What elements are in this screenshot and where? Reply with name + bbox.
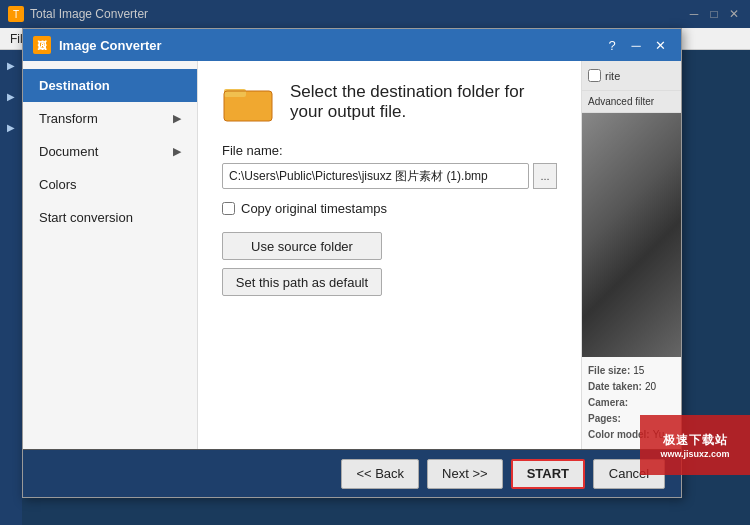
pages-label: Pages: xyxy=(588,411,621,427)
content-header: Select the destination folder for your o… xyxy=(222,81,557,123)
nav-item-start-conversion[interactable]: Start conversion xyxy=(23,201,197,234)
outer-sidebar: ▶ ▶ ▶ xyxy=(0,50,22,525)
sidebar-arrow-2[interactable]: ▶ xyxy=(6,91,17,102)
right-panel: rite Advanced filter File size: 15 Date … xyxy=(581,61,681,449)
modal-title-text: Image Converter xyxy=(59,38,162,53)
file-name-row: ... xyxy=(222,163,557,189)
nav-label-start-conversion: Start conversion xyxy=(39,210,133,225)
favorite-checkbox[interactable] xyxy=(588,69,601,82)
nav-label-destination: Destination xyxy=(39,78,110,93)
app-icon: T xyxy=(8,6,24,22)
folder-icon xyxy=(222,81,274,123)
watermark-line1: 极速下载站 xyxy=(663,432,728,449)
action-buttons: Use source folder Set this path as defau… xyxy=(222,232,557,296)
svg-rect-1 xyxy=(224,89,246,97)
outer-title-left: T Total Image Converter xyxy=(8,6,148,22)
sidebar-arrow-1[interactable]: ▶ xyxy=(6,60,17,71)
file-size-value: 15 xyxy=(633,363,644,379)
date-taken-row: Date taken: 20 xyxy=(588,379,675,395)
modal-title-bar: 🖼 Image Converter ? ─ ✕ xyxy=(23,29,681,61)
watermark-line2: www.jisuxz.com xyxy=(660,449,729,459)
nav-arrow-document: ▶ xyxy=(173,145,181,158)
copy-timestamps-label: Copy original timestamps xyxy=(241,201,387,216)
modal-help-btn[interactable]: ? xyxy=(601,34,623,56)
nav-arrow-transform: ▶ xyxy=(173,112,181,125)
modal-title-left: 🖼 Image Converter xyxy=(33,36,162,54)
outer-close-btn[interactable]: ✕ xyxy=(726,6,742,22)
modal-dialog: 🖼 Image Converter ? ─ ✕ Destination Tran… xyxy=(22,28,682,498)
advanced-filter-label: Advanced filter xyxy=(588,96,654,107)
modal-min-btn[interactable]: ─ xyxy=(625,34,647,56)
thumbnail-area xyxy=(582,113,681,357)
right-panel-top: rite xyxy=(582,61,681,91)
nav-label-document: Document xyxy=(39,144,98,159)
main-content: Select the destination folder for your o… xyxy=(198,61,581,449)
outer-app: T Total Image Converter ─ □ ✕ File ▶ ▶ ▶… xyxy=(0,0,750,525)
copy-timestamps-row: Copy original timestamps xyxy=(222,201,557,216)
sidebar-arrow-3[interactable]: ▶ xyxy=(6,122,17,133)
nav-item-destination[interactable]: Destination xyxy=(23,69,197,102)
set-default-path-btn[interactable]: Set this path as default xyxy=(222,268,382,296)
date-taken-value: 20 xyxy=(645,379,656,395)
outer-app-title: Total Image Converter xyxy=(30,7,148,21)
nav-label-colors: Colors xyxy=(39,177,77,192)
nav-label-transform: Transform xyxy=(39,111,98,126)
outer-minimize-btn[interactable]: ─ xyxy=(686,6,702,22)
modal-app-icon: 🖼 xyxy=(33,36,51,54)
nav-item-transform[interactable]: Transform ▶ xyxy=(23,102,197,135)
nav-item-document[interactable]: Document ▶ xyxy=(23,135,197,168)
camera-label: Camera: xyxy=(588,395,628,411)
modal-title-controls: ? ─ ✕ xyxy=(601,34,671,56)
favorite-label: rite xyxy=(605,70,620,82)
date-taken-label: Date taken: xyxy=(588,379,642,395)
file-size-row: File size: 15 xyxy=(588,363,675,379)
outer-maximize-btn[interactable]: □ xyxy=(706,6,722,22)
nav-panel: Destination Transform ▶ Document ▶ Color… xyxy=(23,61,198,449)
modal-close-btn[interactable]: ✕ xyxy=(649,34,671,56)
back-btn[interactable]: << Back xyxy=(341,459,419,489)
nav-item-colors[interactable]: Colors xyxy=(23,168,197,201)
modal-footer: << Back Next >> START Cancel xyxy=(23,449,681,497)
modal-body: Destination Transform ▶ Document ▶ Color… xyxy=(23,61,681,449)
watermark: 极速下载站 www.jisuxz.com xyxy=(640,415,750,475)
next-btn[interactable]: Next >> xyxy=(427,459,503,489)
thumbnail-image xyxy=(582,113,681,357)
outer-title-bar: T Total Image Converter ─ □ ✕ xyxy=(0,0,750,28)
file-name-input[interactable] xyxy=(222,163,529,189)
advanced-filter-row: Advanced filter xyxy=(582,91,681,113)
copy-timestamps-checkbox[interactable] xyxy=(222,202,235,215)
file-name-label: File name: xyxy=(222,143,557,158)
file-name-dots-btn[interactable]: ... xyxy=(533,163,557,189)
file-size-label: File size: xyxy=(588,363,630,379)
dots-btn-label: ... xyxy=(540,170,549,182)
content-header-title: Select the destination folder for your o… xyxy=(290,82,557,122)
use-source-folder-btn[interactable]: Use source folder xyxy=(222,232,382,260)
camera-row: Camera: xyxy=(588,395,675,411)
start-btn[interactable]: START xyxy=(511,459,585,489)
outer-title-controls: ─ □ ✕ xyxy=(686,6,742,22)
